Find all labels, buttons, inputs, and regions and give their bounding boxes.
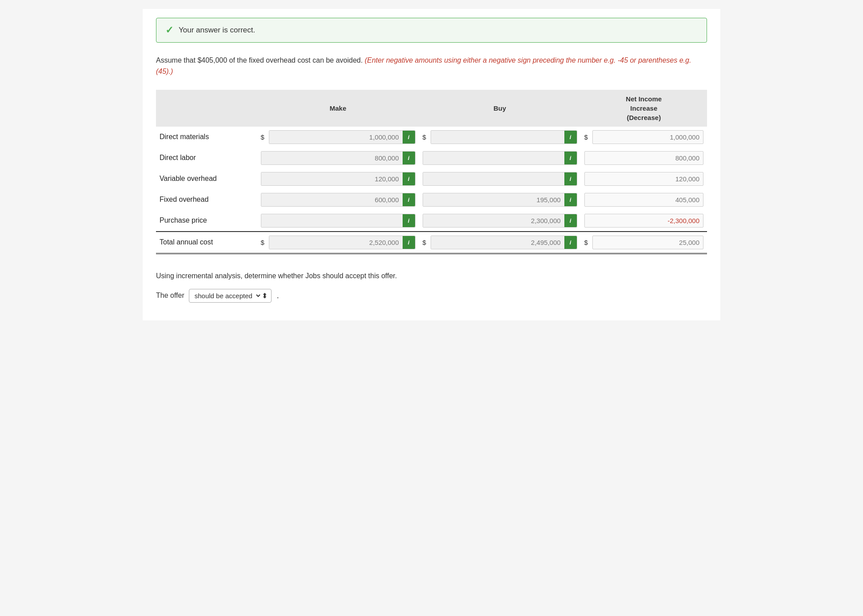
make-field-wrap: i [261,214,416,228]
total-net-cell: $ [581,232,707,254]
total-row: Total annual cost $ i $ i $ [156,232,707,254]
net-field-wrap [584,214,703,228]
buy-input[interactable] [423,172,564,185]
buy-cell: i [419,168,581,189]
buy-input[interactable] [423,152,564,164]
offer-section: Using incremental analysis, determine wh… [156,272,707,303]
total-label: Total annual cost [156,232,257,254]
col-header-make: Make [257,90,419,127]
total-make-field-wrap: i [269,236,416,249]
make-cell: i [257,210,419,232]
net-field-wrap [584,172,703,186]
make-cell: i [257,148,419,168]
buy-info-button[interactable]: i [564,172,577,185]
dollar-sign: $ [423,133,428,141]
table-row: Fixed overhead i i [156,189,707,210]
col-header-buy: Buy [419,90,581,127]
buy-input[interactable] [423,193,564,206]
buy-field-wrap: i [423,172,577,186]
instructions: Assume that $405,000 of the fixed overhe… [156,55,707,77]
net-cell [581,148,707,168]
make-input[interactable] [261,193,403,206]
make-input[interactable] [261,152,403,164]
buy-input[interactable] [423,214,564,227]
net-cell [581,168,707,189]
make-cell: i [257,189,419,210]
net-cell: $ [581,127,707,148]
col-header-net: Net IncomeIncrease(Decrease) [581,90,707,127]
offer-label-prefix: The offer [156,292,184,300]
instructions-part1: Assume that $405,000 of the fixed overhe… [156,56,363,64]
net-field-wrap [584,193,703,207]
make-input[interactable] [261,172,403,185]
table-row: Direct materials $ i $ i $ [156,127,707,148]
net-field-wrap [584,151,703,165]
make-field-wrap: i [261,151,416,165]
total-net-input [593,236,703,249]
net-field-wrap [592,130,703,144]
buy-field-wrap: i [423,214,577,228]
row-label: Purchase price [156,210,257,232]
make-info-button[interactable]: i [403,214,415,227]
buy-cell: i [419,189,581,210]
col-header-label [156,90,257,127]
offer-select-wrap[interactable]: should be acceptedshould be rejected ⬍ [189,289,272,303]
offer-answer: The offer should be acceptedshould be re… [156,289,707,303]
total-buy-cell: $ i [419,232,581,254]
correct-text: Your answer is correct. [179,26,255,35]
dropdown-arrow-icon: ⬍ [262,292,268,300]
row-label: Fixed overhead [156,189,257,210]
make-cell: $ i [257,127,419,148]
net-input [585,172,703,185]
buy-cell: i [419,210,581,232]
row-label: Direct labor [156,148,257,168]
cost-table: Make Buy Net IncomeIncrease(Decrease) Di… [156,90,707,254]
net-cell [581,189,707,210]
total-buy-info-button[interactable]: i [564,236,577,249]
row-label: Direct materials [156,127,257,148]
offer-question: Using incremental analysis, determine wh… [156,272,707,280]
make-input[interactable] [261,214,403,227]
buy-info-button[interactable]: i [564,152,577,164]
buy-info-button[interactable]: i [564,214,577,227]
total-buy-field-wrap: i [431,236,577,249]
correct-banner: ✓ Your answer is correct. [156,18,707,43]
dollar-sign: $ [261,239,266,246]
make-cell: i [257,168,419,189]
total-net-field-wrap [592,236,703,249]
net-input [585,214,703,227]
net-input [585,152,703,164]
buy-cell: $ i [419,127,581,148]
buy-info-button[interactable]: i [564,131,577,144]
dollar-sign: $ [584,133,590,141]
net-input [585,193,703,206]
table-row: Purchase price i i [156,210,707,232]
buy-info-button[interactable]: i [564,193,577,206]
net-cell [581,210,707,232]
make-info-button[interactable]: i [403,152,415,164]
buy-field-wrap: i [423,151,577,165]
buy-cell: i [419,148,581,168]
buy-field-wrap: i [423,193,577,207]
make-info-button[interactable]: i [403,172,415,185]
net-input [593,131,703,144]
make-field-wrap: i [269,130,416,144]
make-info-button[interactable]: i [403,131,415,144]
make-field-wrap: i [261,193,416,207]
table-row: Variable overhead i i [156,168,707,189]
buy-input[interactable] [431,131,564,144]
dollar-sign: $ [423,239,428,246]
row-label: Variable overhead [156,168,257,189]
make-info-button[interactable]: i [403,193,415,206]
dollar-sign: $ [261,133,266,141]
total-make-info-button[interactable]: i [403,236,415,249]
check-icon: ✓ [165,24,173,36]
table-row: Direct labor i i [156,148,707,168]
total-make-cell: $ i [257,232,419,254]
buy-field-wrap: i [431,130,577,144]
offer-label-suffix: . [277,291,279,300]
total-make-input [269,236,403,249]
offer-dropdown[interactable]: should be acceptedshould be rejected [193,292,262,300]
make-input[interactable] [269,131,403,144]
make-field-wrap: i [261,172,416,186]
